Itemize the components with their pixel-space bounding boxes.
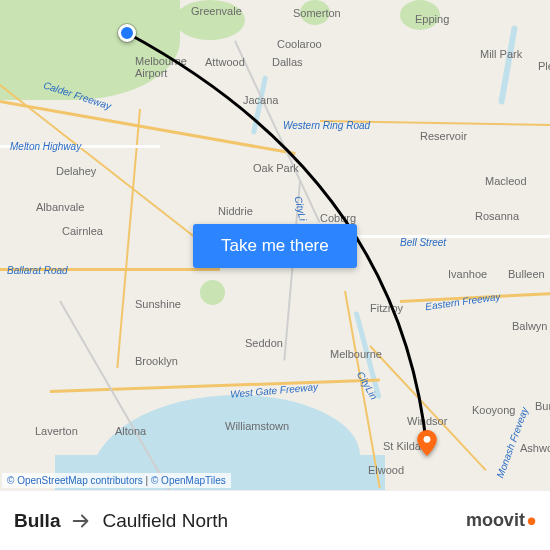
take-me-there-button[interactable]: Take me there xyxy=(193,224,357,268)
map-canvas[interactable]: Greenvale Somerton Epping Coolaroo Mill … xyxy=(0,0,550,490)
origin-pin[interactable] xyxy=(118,24,136,42)
route-from: Bulla xyxy=(14,510,60,532)
map-attribution: © OpenStreetMap contributors | © OpenMap… xyxy=(2,473,231,488)
tiles-link[interactable]: © OpenMapTiles xyxy=(151,475,226,486)
moovit-logo[interactable]: moovit• xyxy=(466,510,536,531)
svg-point-0 xyxy=(424,436,431,443)
route-footer: Bulla Caulfield North moovit• xyxy=(0,490,550,550)
destination-pin[interactable] xyxy=(414,430,440,456)
arrow-right-icon xyxy=(70,510,92,532)
route-to: Caulfield North xyxy=(102,510,228,532)
osm-link[interactable]: © OpenStreetMap contributors xyxy=(7,475,143,486)
